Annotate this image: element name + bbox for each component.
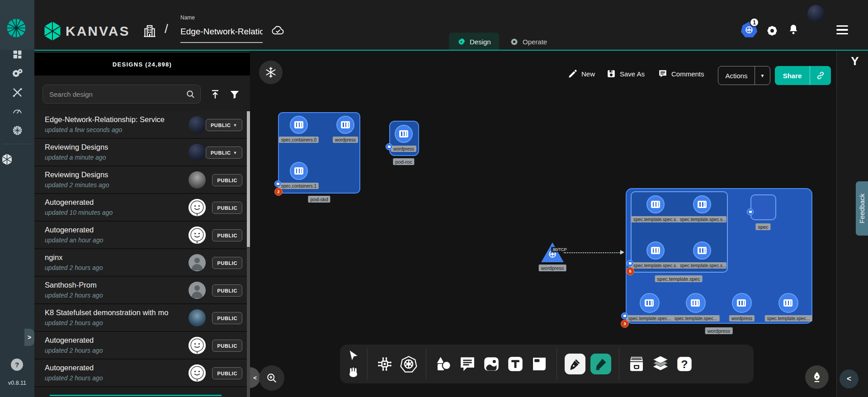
- service-node[interactable]: [541, 242, 564, 262]
- design-list-item[interactable]: Autogeneratedupdated 2 hours agoPUBLIC: [34, 359, 248, 387]
- note-card-tool-icon[interactable]: [530, 354, 549, 373]
- user-avatar[interactable]: [807, 5, 825, 22]
- menu-hamburger-icon[interactable]: [836, 25, 848, 34]
- zoom-in-button[interactable]: [259, 365, 284, 391]
- design-visibility-badge[interactable]: PUBLIC: [212, 257, 242, 269]
- filter-funnel-icon[interactable]: [229, 89, 241, 100]
- pod-status-badge[interactable]: [747, 208, 754, 215]
- meshery-logo-icon[interactable]: [6, 18, 27, 38]
- container-node[interactable]: [693, 195, 711, 213]
- merge-y-icon[interactable]: Y: [848, 54, 862, 68]
- comments-button[interactable]: Comments: [658, 69, 704, 79]
- design-list-item[interactable]: nginxupdated 2 hours agoPUBLIC: [34, 249, 248, 277]
- design-list-scrollbar-thumb[interactable]: [247, 111, 250, 247]
- container-node[interactable]: [395, 125, 413, 143]
- design-list-item[interactable]: Reviewing Designsupdated 2 minutes agoPU…: [34, 166, 248, 194]
- collapse-right-chevron-button[interactable]: <: [840, 369, 859, 388]
- freehand-draw-tool-icon[interactable]: [590, 354, 611, 374]
- pod-status-badge[interactable]: [386, 143, 392, 150]
- pen-path-tool-icon[interactable]: [565, 354, 585, 374]
- container-label: wordpress: [729, 315, 755, 321]
- design-name-input[interactable]: [180, 24, 263, 39]
- drawer-archive-icon[interactable]: [627, 354, 646, 373]
- design-visibility-badge[interactable]: PUBLIC: [212, 312, 242, 324]
- hand-tool-icon[interactable]: [347, 366, 359, 378]
- design-visibility-badge[interactable]: PUBLIC▼: [206, 119, 242, 131]
- design-list-item[interactable]: K8 Statefulset demonstration with moupda…: [34, 304, 248, 332]
- pen-nib-mode-button[interactable]: [805, 365, 829, 389]
- components-circuit-icon[interactable]: [375, 354, 394, 373]
- help-button[interactable]: ?: [11, 359, 23, 371]
- feedback-tab[interactable]: Feedback: [856, 181, 868, 236]
- search-icon[interactable]: [185, 89, 196, 99]
- container-node[interactable]: [336, 116, 354, 134]
- container-label: spec.template.spec...: [765, 315, 812, 321]
- design-list-item[interactable]: Autogeneratedupdated 2 hours agoPUBLIC: [34, 332, 248, 359]
- sidebar-expand-button[interactable]: >: [24, 329, 34, 346]
- design-visibility-badge[interactable]: PUBLIC: [212, 340, 242, 352]
- save-as-button[interactable]: Save As: [606, 69, 645, 79]
- design-author-avatar: [189, 199, 206, 216]
- pod-status-badge[interactable]: [274, 180, 281, 187]
- tab-operate[interactable]: Operate: [502, 33, 555, 51]
- design-list-item[interactable]: Reviewing Designsupdated a minute agoPUB…: [34, 139, 248, 166]
- settings-gear-icon[interactable]: [766, 24, 778, 37]
- text-tool-icon[interactable]: [506, 354, 525, 373]
- container-node[interactable]: [778, 293, 798, 313]
- layers-icon[interactable]: [651, 354, 670, 373]
- design-visibility-badge[interactable]: PUBLIC: [212, 284, 242, 297]
- image-tool-icon[interactable]: [482, 354, 501, 373]
- tab-design[interactable]: Design: [449, 33, 499, 51]
- container-node[interactable]: [693, 241, 711, 260]
- meshsync-snowflake-button[interactable]: [259, 61, 283, 84]
- sidebar-item-toolbox[interactable]: [0, 83, 34, 101]
- container-node[interactable]: [290, 116, 308, 134]
- sidebar-item-dashboard[interactable]: [0, 45, 34, 63]
- chevron-down-icon[interactable]: ▼: [755, 73, 770, 78]
- notifications-bell-icon[interactable]: [788, 24, 799, 37]
- container-node[interactable]: [640, 293, 660, 313]
- container-node[interactable]: [646, 195, 665, 213]
- design-list-item[interactable]: Edge-Network-Relationship: Serviceupdate…: [34, 111, 248, 139]
- help-tool-icon[interactable]: ?: [675, 354, 694, 373]
- service-edge[interactable]: [564, 252, 622, 253]
- design-search-input[interactable]: [49, 85, 180, 103]
- kubernetes-tool-icon[interactable]: [399, 354, 418, 373]
- node-spec[interactable]: [750, 194, 776, 220]
- share-button[interactable]: Share: [775, 66, 831, 85]
- sidebar-item-performance[interactable]: [0, 102, 34, 120]
- design-list-item[interactable]: Autogeneratedupdated 10 minutes agoPUBLI…: [34, 194, 248, 222]
- panel-collapse-button[interactable]: <: [250, 367, 260, 388]
- new-button[interactable]: New: [568, 69, 595, 79]
- container-node[interactable]: [732, 293, 752, 313]
- design-visibility-badge[interactable]: PUBLIC: [212, 202, 242, 214]
- container-node[interactable]: [290, 162, 308, 180]
- design-search-box: [42, 85, 201, 104]
- design-visibility-badge[interactable]: PUBLIC: [212, 367, 242, 379]
- design-visibility-badge[interactable]: PUBLIC▼: [206, 147, 242, 159]
- container-node[interactable]: [646, 241, 665, 260]
- actions-button[interactable]: Actions ▼: [718, 66, 770, 85]
- pod-status-badge[interactable]: [627, 260, 633, 267]
- annotation-comment-tool-icon[interactable]: [458, 354, 477, 373]
- copy-link-icon[interactable]: [810, 71, 831, 80]
- design-list-item[interactable]: Autogeneratedupdated an hour agoPUBLIC: [34, 222, 248, 249]
- sidebar-item-settings[interactable]: [0, 64, 34, 82]
- design-visibility-badge[interactable]: PUBLIC: [212, 229, 242, 241]
- error-count-badge[interactable]: 3: [621, 320, 629, 328]
- error-count-badge[interactable]: 5: [626, 267, 634, 275]
- design-visibility-badge[interactable]: PUBLIC: [212, 174, 242, 186]
- node-group-pod-template[interactable]: [631, 191, 728, 273]
- shapes-tool-icon[interactable]: [434, 354, 453, 373]
- sidebar-item-mesh[interactable]: [0, 121, 34, 139]
- cursor-tool-icon[interactable]: [347, 350, 359, 362]
- visibility-label: PUBLIC: [217, 178, 237, 183]
- error-count-badge[interactable]: 2: [274, 188, 283, 196]
- pod-status-badge[interactable]: [621, 312, 628, 319]
- organization-icon[interactable]: [142, 23, 158, 40]
- design-list-item[interactable]: Santhosh-Promupdated 2 hours agoPUBLIC: [34, 277, 248, 304]
- container-node[interactable]: [686, 293, 706, 313]
- publish-upload-icon[interactable]: [209, 89, 221, 100]
- sidebar-item-kanvas[interactable]: [0, 151, 14, 166]
- design-author-avatar: [189, 282, 206, 299]
